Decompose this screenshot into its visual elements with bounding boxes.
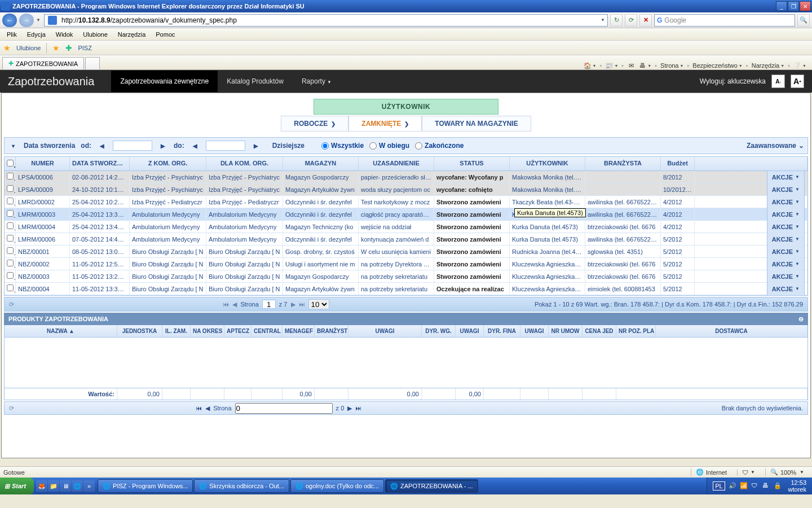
favorites-link[interactable]: Ulubione xyxy=(16,45,41,51)
akcje-button[interactable]: AKCJE ▼ xyxy=(767,283,805,295)
sub-col[interactable]: DYR. FINA xyxy=(484,325,520,337)
col-data[interactable]: DATA STWORZENIA xyxy=(70,157,130,170)
minimize-button[interactable]: _ xyxy=(776,1,787,11)
menu-ulubione[interactable]: Ulubione xyxy=(78,30,112,39)
logout-link[interactable]: Wyloguj: akluczewska xyxy=(700,77,766,85)
sub-col[interactable]: IL. ZAM. xyxy=(162,325,191,337)
taskbar-task[interactable]: 🌐ZAPOTRZEBOWANIA - ... xyxy=(385,479,478,493)
sub-col[interactable]: JEDNOSTKA xyxy=(117,325,162,337)
search-box[interactable]: G Google xyxy=(654,14,795,27)
col-uzas[interactable]: UZASADNIENIE xyxy=(359,157,434,170)
ql-firefox-icon[interactable]: 🦊 xyxy=(36,480,47,492)
row-checkbox[interactable] xyxy=(7,222,14,229)
tray-volume-icon[interactable]: 🔊 xyxy=(729,482,736,490)
sub-col[interactable]: MENAGEF xyxy=(283,325,315,337)
tray-av-icon[interactable]: 🔒 xyxy=(774,482,782,490)
sub-col[interactable]: UWAGI xyxy=(520,325,549,337)
prev-page-icon[interactable]: ◀ xyxy=(205,405,210,412)
tools-menu[interactable]: Narzędzia▼ xyxy=(752,62,784,69)
new-tab-button[interactable] xyxy=(85,57,100,69)
radio-wobiegu[interactable]: W obiegu xyxy=(369,142,409,150)
stop-button[interactable]: ✕ xyxy=(639,14,652,27)
table-row[interactable]: LMRM/0000607-05-2012 14:40:01Ambulatoriu… xyxy=(5,233,807,246)
go-button[interactable]: ↻ xyxy=(610,14,623,27)
table-row[interactable]: NBZ/0000411-05-2012 13:33:04Biuro Obsług… xyxy=(5,283,807,295)
sub-col[interactable]: UWAGI xyxy=(348,325,422,337)
address-dd-icon[interactable]: ▼ xyxy=(601,17,606,23)
akcje-button[interactable]: AKCJE ▼ xyxy=(767,183,805,196)
radio-zakonczone-input[interactable] xyxy=(415,142,422,150)
font-increase-button[interactable]: A+ xyxy=(791,75,804,88)
address-bar[interactable]: http://10.132.8.9/zapotrzebowania/v_doku… xyxy=(44,14,608,27)
col-numer[interactable]: NUMER xyxy=(16,157,70,170)
safety-menu[interactable]: Bezpieczeństwo▼ xyxy=(692,62,742,69)
tab-towary[interactable]: TOWARY NA MAGAZYNIE xyxy=(422,116,531,132)
akcje-button[interactable]: AKCJE ▼ xyxy=(767,221,805,233)
col-user[interactable]: UŻYTKOWNIK xyxy=(510,157,585,170)
select-all-checkbox[interactable] xyxy=(7,160,14,167)
akcje-button[interactable]: AKCJE ▼ xyxy=(767,258,805,270)
start-button[interactable]: ⊞Start xyxy=(0,478,34,494)
history-dd-icon[interactable]: ▼ xyxy=(36,17,42,23)
sub-page-input[interactable] xyxy=(235,403,333,414)
lang-indicator[interactable]: PL xyxy=(713,481,725,491)
radio-wszystkie[interactable]: Wszystkie xyxy=(321,142,364,150)
menu-pomoc[interactable]: Pomoc xyxy=(151,30,179,39)
today-link[interactable]: Dzisiejsze xyxy=(272,142,304,150)
home-button[interactable]: 🏠▼ xyxy=(584,62,597,69)
refresh-icon[interactable]: ⟳ xyxy=(9,405,14,412)
back-button[interactable]: ← xyxy=(2,14,17,27)
radio-all-input[interactable] xyxy=(321,142,329,150)
sub-col[interactable]: NR POZ. PLA xyxy=(616,325,656,337)
col-status[interactable]: STATUS xyxy=(434,157,510,170)
last-page-icon[interactable]: ⏭ xyxy=(355,405,361,411)
ql-explorer-icon[interactable]: 📁 xyxy=(48,480,59,492)
ql-expand-icon[interactable]: » xyxy=(83,480,95,492)
ql-ie-icon[interactable]: 🌐 xyxy=(72,480,83,492)
forward-button[interactable]: → xyxy=(19,14,34,27)
table-row[interactable]: LMRM/0000325-04-2012 13:36:01Ambulatoriu… xyxy=(5,208,807,221)
sub-col[interactable]: CENTRAL xyxy=(251,325,283,337)
user-tab[interactable]: UŻYTKOWNIK xyxy=(314,99,498,115)
do-next-icon[interactable]: ▶ xyxy=(251,141,261,151)
table-row[interactable]: LPSA/0000924-10-2012 10:14:41Izba Przyję… xyxy=(5,183,807,196)
mail-button[interactable]: ✉ xyxy=(627,62,635,69)
od-input[interactable] xyxy=(113,141,152,151)
nav-zewnetrzne[interactable]: Zapotrzebowania zewnętrzne xyxy=(111,71,218,92)
sub-col[interactable]: BRANŻYST xyxy=(315,325,348,337)
nav-katalog[interactable]: Katalog Produktów xyxy=(218,71,293,92)
row-checkbox[interactable] xyxy=(7,185,14,192)
tab-zamkniete[interactable]: ZAMKNIĘTE❯ xyxy=(348,116,422,132)
col-zkom[interactable]: Z KOM. ORG. xyxy=(130,157,206,170)
akcje-button[interactable]: AKCJE ▼ xyxy=(767,246,805,258)
page-input[interactable] xyxy=(262,300,276,309)
table-row[interactable]: LMRD/0000225-04-2012 10:23:02Izba Przyję… xyxy=(5,196,807,208)
row-checkbox[interactable] xyxy=(7,247,14,254)
help-button[interactable]: ❔▼ xyxy=(793,62,806,69)
table-row[interactable]: LPSA/0000602-08-2012 14:28:31Izba Przyję… xyxy=(5,171,807,183)
clock-time[interactable]: 12:53 xyxy=(788,479,806,486)
ql-desktop-icon[interactable]: 🖥 xyxy=(60,480,71,492)
last-page-icon[interactable]: ⏭ xyxy=(299,301,305,308)
akcje-button[interactable]: AKCJE ▼ xyxy=(767,196,805,208)
od-prev-icon[interactable]: ◀ xyxy=(97,141,107,151)
taskbar-task[interactable]: 🌐Skrzynka odbiorcza - Out... xyxy=(194,479,289,493)
zoom-icon[interactable]: 🔍 xyxy=(770,468,778,476)
do-prev-icon[interactable]: ◀ xyxy=(190,141,200,151)
menu-edycja[interactable]: Edycja xyxy=(23,30,50,39)
pagesize-select[interactable]: 10 xyxy=(308,299,329,309)
fav-pisz-link[interactable]: PISZ xyxy=(78,45,91,51)
akcje-button[interactable]: AKCJE ▼ xyxy=(767,233,805,246)
akcje-button[interactable]: AKCJE ▼ xyxy=(767,171,805,183)
close-button[interactable]: ✕ xyxy=(800,1,811,11)
refresh-icon[interactable]: ⟳ xyxy=(9,301,14,308)
tray-shield-icon[interactable]: 🛡 xyxy=(751,482,759,490)
sub-col[interactable]: APTECZ xyxy=(224,325,251,337)
collapse-icon[interactable]: ⊖ xyxy=(798,316,804,323)
refresh-button[interactable]: ⟳ xyxy=(625,14,637,27)
sub-col[interactable]: CENA JED xyxy=(582,325,616,337)
table-row[interactable]: NBZ/0000108-05-2012 13:08:34Biuro Obsług… xyxy=(5,246,807,258)
table-row[interactable]: NBZ/0000211-05-2012 12:57:28Biuro Obsług… xyxy=(5,258,807,270)
sub-col[interactable]: UWAGI xyxy=(456,325,484,337)
tab-robocze[interactable]: ROBOCZE❯ xyxy=(281,116,348,132)
